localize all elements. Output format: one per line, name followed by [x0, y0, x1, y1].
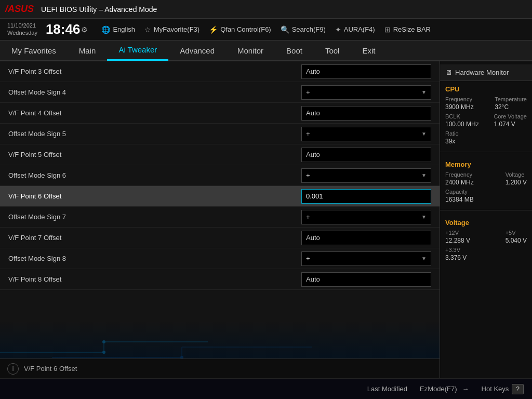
row-value: + ▼	[301, 85, 431, 100]
row-value: + ▼	[301, 168, 431, 183]
svg-point-7	[102, 340, 105, 343]
row-label: V/F Point 3 Offset	[8, 68, 301, 75]
table-row: V/F Point 7 Offset Auto	[0, 228, 440, 248]
value-text-box[interactable]: Auto	[301, 272, 431, 287]
aura-icon: ✦	[335, 25, 341, 34]
star-icon: ☆	[144, 25, 151, 34]
table-row: V/F Point 5 Offset Auto	[0, 144, 440, 165]
value-text-box[interactable]: Auto	[301, 106, 431, 121]
value-dropdown[interactable]: + ▼	[301, 210, 431, 224]
table-row: Offset Mode Sign 5 + ▼	[0, 124, 440, 144]
monitor-icon: 🖥	[445, 69, 452, 76]
row-value: Auto	[301, 148, 431, 162]
last-modified-button[interactable]: Last Modified	[367, 385, 407, 393]
bg-decoration	[0, 321, 440, 363]
header-bar: /ASUS UEFI BIOS Utility – Advanced Mode	[0, 0, 532, 19]
row-value: Auto	[301, 231, 431, 245]
nav-exit[interactable]: Exit	[351, 40, 387, 61]
mem-capacity-row: Capacity 16384 MB	[445, 189, 527, 203]
value-text-box[interactable]: Auto	[301, 64, 431, 79]
globe-icon: 🌐	[101, 25, 110, 34]
nav-monitor[interactable]: Monitor	[226, 40, 275, 61]
value-input-active[interactable]: 0.001	[301, 189, 431, 204]
cpu-section: CPU Frequency 3900 MHz Temperature 32°C …	[440, 81, 532, 150]
row-value: Auto	[301, 64, 431, 79]
value-dropdown[interactable]: + ▼	[301, 168, 431, 183]
toolbar-qfan[interactable]: ⚡ Qfan Control(F6)	[209, 25, 271, 34]
toolbar-language[interactable]: 🌐 English	[101, 25, 135, 34]
cpu-temp-col: Temperature 32°C	[495, 96, 527, 111]
nav-ai-tweaker[interactable]: Ai Tweaker	[107, 40, 168, 61]
ez-mode-button[interactable]: EzMode(F7) →	[420, 385, 469, 393]
v12-value: 12.288 V	[445, 237, 470, 244]
bclk-value: 100.00 MHz	[445, 121, 479, 128]
mem-freq-col: Frequency 2400 MHz	[445, 171, 474, 186]
date-line1: 11/10/2021	[7, 22, 37, 29]
nav-tool[interactable]: Tool	[314, 40, 351, 61]
toolbar-search[interactable]: 🔍 Search(F9)	[281, 25, 326, 34]
svg-point-6	[102, 351, 105, 354]
ez-mode-label: EzMode(F7)	[420, 385, 457, 393]
row-label: Offset Mode Sign 6	[8, 171, 301, 179]
ratio-col: Ratio 39x	[445, 130, 459, 145]
fan-icon: ⚡	[209, 25, 218, 34]
row-label: Offset Mode Sign 5	[8, 130, 301, 138]
row-label: Offset Mode Sign 7	[8, 213, 301, 221]
table-row: Offset Mode Sign 4 + ▼	[0, 82, 440, 103]
toolbar-myfavorite[interactable]: ☆ MyFavorite(F3)	[144, 25, 200, 34]
row-value: + ▼	[301, 251, 431, 266]
value-dropdown[interactable]: + ▼	[301, 251, 431, 266]
toolbar: 🌐 English ☆ MyFavorite(F3) ⚡ Qfan Contro…	[101, 25, 525, 34]
mem-voltage-value: 1.200 V	[506, 179, 527, 186]
core-voltage-col: Core Voltage 1.074 V	[494, 113, 527, 128]
chevron-down-icon: ▼	[421, 89, 427, 95]
chevron-down-icon: ▼	[421, 214, 427, 220]
capacity-value: 16384 MB	[445, 196, 474, 203]
row-value: + ▼	[301, 127, 431, 141]
hot-keys-button[interactable]: Hot Keys ?	[482, 384, 524, 394]
v5-label: +5V	[506, 230, 527, 236]
nav-main[interactable]: Main	[68, 40, 108, 61]
date-line2: Wednesday	[7, 30, 37, 36]
row-label: V/F Point 6 Offset	[8, 192, 301, 200]
table-row: V/F Point 8 Offset Auto	[0, 269, 440, 290]
row-label: V/F Point 5 Offset	[8, 151, 301, 158]
ratio-value: 39x	[445, 138, 459, 145]
chevron-down-icon: ▼	[421, 131, 427, 137]
table-row: Offset Mode Sign 6 + ▼	[0, 165, 440, 186]
datetime-display: 11/10/2021 Wednesday	[7, 22, 37, 36]
chevron-down-icon: ▼	[421, 256, 427, 261]
ratio-label: Ratio	[445, 130, 459, 137]
value-dropdown[interactable]: + ▼	[301, 85, 431, 100]
settings-gear-icon[interactable]: ⚙	[81, 25, 88, 34]
row-label: V/F Point 4 Offset	[8, 109, 301, 117]
cpu-frequency-col: Frequency 3900 MHz	[445, 96, 474, 111]
hardware-monitor-panel: 🖥 Hardware Monitor CPU Frequency 3900 MH…	[440, 61, 532, 399]
nav-my-favorites[interactable]: My Favorites	[0, 40, 68, 61]
temp-label: Temperature	[495, 96, 527, 102]
memory-section-title: Memory	[445, 161, 527, 168]
bclk-label: BCLK	[445, 113, 479, 119]
v5-col: +5V 5.040 V	[506, 230, 527, 244]
bios-title: UEFI BIOS Utility – Advanced Mode	[41, 5, 157, 14]
freq-label: Frequency	[445, 96, 474, 102]
temp-value: 32°C	[495, 103, 527, 111]
value-dropdown[interactable]: + ▼	[301, 127, 431, 141]
nav-boot[interactable]: Boot	[275, 40, 314, 61]
mem-freq-volt-row: Frequency 2400 MHz Voltage 1.200 V	[445, 171, 527, 186]
v33-col: +3.3V 3.376 V	[445, 247, 467, 261]
mem-freq-label: Frequency	[445, 171, 474, 178]
cpu-bclk-voltage-row: BCLK 100.00 MHz Core Voltage 1.074 V	[445, 113, 527, 128]
toolbar-resizebar[interactable]: ⊞ ReSize BAR	[384, 25, 431, 34]
settings-content: V/F Point 3 Offset Auto Offset Mode Sign…	[0, 61, 440, 399]
v33-value: 3.376 V	[445, 254, 467, 261]
hw-monitor-title: 🖥 Hardware Monitor	[440, 64, 532, 81]
value-text-box[interactable]: Auto	[301, 148, 431, 162]
hot-keys-label: Hot Keys	[482, 385, 509, 393]
value-text-box[interactable]: Auto	[301, 231, 431, 245]
row-value: 0.001	[301, 189, 431, 204]
capacity-label: Capacity	[445, 189, 474, 195]
toolbar-aura[interactable]: ✦ AURA(F4)	[335, 25, 375, 34]
nav-advanced[interactable]: Advanced	[168, 40, 226, 61]
myfavorite-label: MyFavorite(F3)	[154, 25, 200, 33]
